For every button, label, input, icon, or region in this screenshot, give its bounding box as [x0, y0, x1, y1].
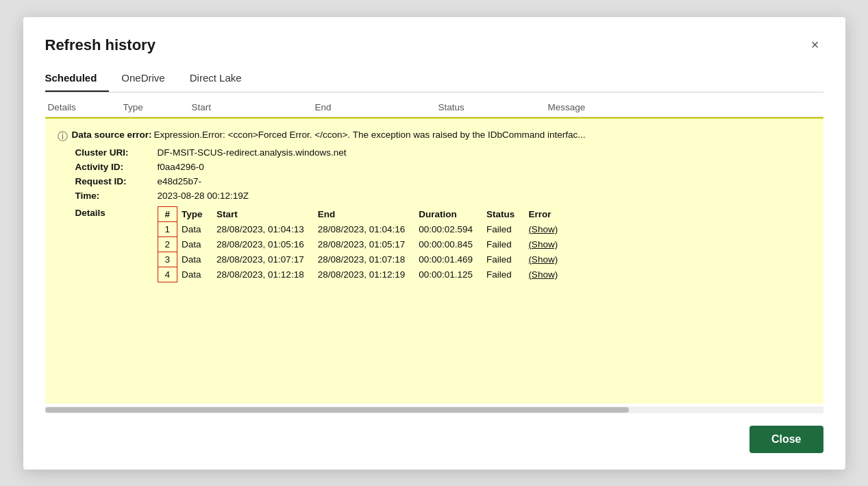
row-error[interactable]: (Show)	[524, 252, 567, 267]
inner-table: # Type Start End Duration Status Error 1…	[158, 206, 568, 282]
error-data-source-row: ⓘ Data source error: Expression.Error: <…	[58, 130, 810, 143]
inner-col-num: #	[158, 206, 177, 221]
info-icon: ⓘ	[58, 130, 68, 143]
row-status: Failed	[482, 252, 524, 267]
row-duration: 00:00:00.845	[414, 236, 482, 252]
request-id-value: e48d25b7-	[158, 176, 810, 186]
inner-details-section: Details # Type Start End Duration Status…	[58, 206, 810, 282]
inner-col-start: Start	[212, 206, 314, 221]
request-id-row: Request ID: e48d25b7-	[58, 176, 810, 186]
row-duration: 00:00:01.469	[414, 252, 482, 267]
col-header-details: Details	[45, 102, 121, 112]
row-num: 3	[158, 252, 177, 267]
row-start: 28/08/2023, 01:12:18	[212, 267, 314, 282]
table-row: 3 Data 28/08/2023, 01:07:17 28/08/2023, …	[158, 252, 567, 267]
inner-col-error: Error	[524, 206, 567, 221]
tab-direct-lake[interactable]: Direct Lake	[190, 66, 254, 92]
activity-id-label: Activity ID:	[75, 162, 158, 172]
row-duration: 00:00:02.594	[414, 221, 482, 236]
table-row: 4 Data 28/08/2023, 01:12:18 28/08/2023, …	[158, 267, 567, 282]
time-row: Time: 2023-08-28 00:12:19Z	[58, 191, 810, 201]
table-row: 1 Data 28/08/2023, 01:04:13 28/08/2023, …	[158, 221, 567, 236]
row-error[interactable]: (Show)	[524, 267, 567, 282]
inner-details-label: Details	[75, 206, 158, 282]
row-status: Failed	[482, 267, 524, 282]
row-type: Data	[177, 267, 213, 282]
row-end: 28/08/2023, 01:04:16	[314, 221, 415, 236]
horizontal-scrollbar[interactable]	[45, 406, 823, 413]
cluster-uri-label: Cluster URI:	[75, 147, 158, 158]
time-label: Time:	[75, 191, 158, 201]
inner-col-type: Type	[177, 206, 213, 221]
activity-id-value: f0aa4296-0	[158, 162, 810, 172]
col-header-type: Type	[121, 102, 189, 112]
inner-col-end: End	[314, 206, 415, 221]
cluster-uri-row: Cluster URI: DF-MSIT-SCUS-redirect.analy…	[58, 147, 810, 158]
col-header-end: End	[312, 102, 436, 112]
inner-col-duration: Duration	[414, 206, 482, 221]
col-header-status: Status	[436, 102, 545, 112]
inner-table-header-row: # Type Start End Duration Status Error	[158, 206, 567, 221]
row-num: 4	[158, 267, 177, 282]
tab-scheduled[interactable]: Scheduled	[45, 66, 110, 92]
error-block: ⓘ Data source error: Expression.Error: <…	[45, 117, 823, 404]
row-start: 28/08/2023, 01:04:13	[212, 221, 314, 236]
data-source-error-label: Data source error:	[72, 130, 154, 140]
tab-bar: Scheduled OneDrive Direct Lake	[45, 66, 823, 93]
row-status: Failed	[482, 221, 524, 236]
data-source-error-value: Expression.Error: <ccon>Forced Error. </…	[154, 130, 810, 140]
time-value: 2023-08-28 00:12:19Z	[158, 191, 810, 201]
row-error[interactable]: (Show)	[524, 236, 567, 252]
col-header-start: Start	[189, 102, 312, 112]
row-end: 28/08/2023, 01:12:19	[314, 267, 415, 282]
row-status: Failed	[482, 236, 524, 252]
cluster-uri-value: DF-MSIT-SCUS-redirect.analysis.windows.n…	[158, 147, 810, 158]
row-type: Data	[177, 221, 213, 236]
col-header-message: Message	[545, 102, 823, 112]
row-num: 1	[158, 221, 177, 236]
inner-col-status: Status	[482, 206, 524, 221]
refresh-history-dialog: Refresh history × Scheduled OneDrive Dir…	[23, 17, 845, 470]
close-button[interactable]: Close	[749, 426, 823, 453]
dialog-header: Refresh history ×	[45, 36, 823, 54]
horizontal-scrollbar-thumb	[45, 407, 629, 413]
dialog-footer: Close	[45, 426, 823, 453]
row-type: Data	[177, 236, 213, 252]
tab-onedrive[interactable]: OneDrive	[121, 66, 177, 92]
row-start: 28/08/2023, 01:07:17	[212, 252, 314, 267]
request-id-label: Request ID:	[75, 176, 158, 186]
row-error[interactable]: (Show)	[524, 221, 567, 236]
dialog-title: Refresh history	[45, 36, 156, 54]
table-row: 2 Data 28/08/2023, 01:05:16 28/08/2023, …	[158, 236, 567, 252]
row-num: 2	[158, 236, 177, 252]
activity-id-row: Activity ID: f0aa4296-0	[58, 162, 810, 172]
table-column-headers: Details Type Start End Status Message	[45, 95, 823, 117]
row-start: 28/08/2023, 01:05:16	[212, 236, 314, 252]
row-duration: 00:00:01.125	[414, 267, 482, 282]
row-end: 28/08/2023, 01:05:17	[314, 236, 415, 252]
dialog-close-icon-button[interactable]: ×	[807, 36, 823, 53]
row-type: Data	[177, 252, 213, 267]
row-end: 28/08/2023, 01:07:18	[314, 252, 415, 267]
